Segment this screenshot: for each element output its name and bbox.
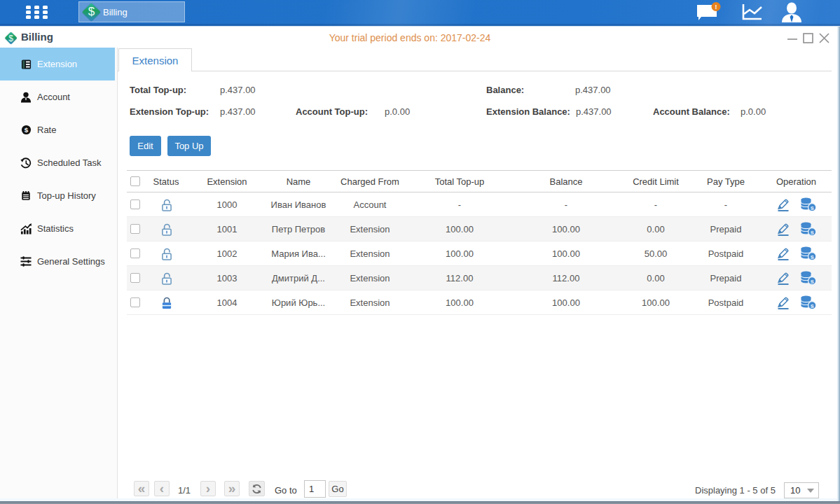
svg-text:s: s [810, 278, 813, 285]
svg-text:!: ! [715, 4, 717, 10]
svg-text:$: $ [24, 126, 28, 134]
svg-text:s: s [810, 204, 813, 211]
svg-text:s: s [810, 302, 813, 309]
svg-text:s: s [810, 253, 813, 260]
svg-text:s: s [810, 229, 813, 236]
